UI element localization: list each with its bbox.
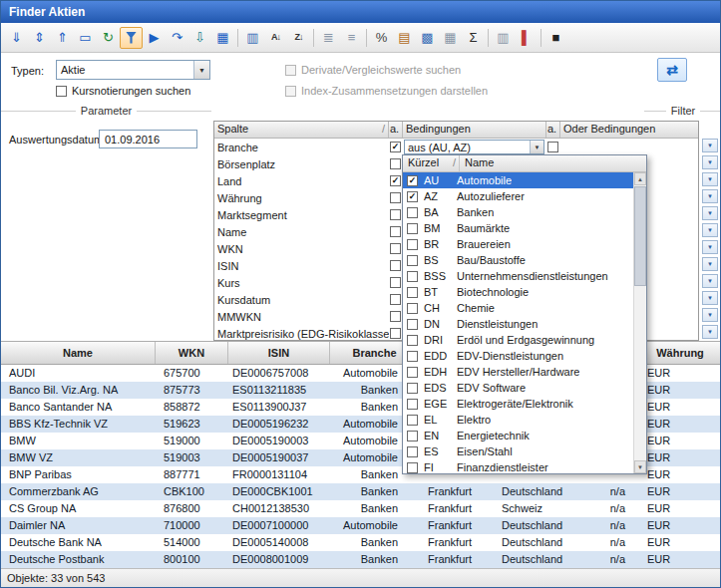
filter-dropdown-mmwkn[interactable] <box>702 308 718 322</box>
param-row-branche[interactable]: Branche✓aus (AU, AZ) <box>214 139 698 155</box>
branche-option-en[interactable]: ENEnergietechnik <box>403 428 633 443</box>
refresh-icon[interactable]: ↻ <box>97 27 120 49</box>
branche-option-el[interactable]: ELElektro <box>403 412 633 428</box>
active-checkbox[interactable] <box>390 260 401 271</box>
active-checkbox[interactable] <box>390 243 401 254</box>
results-header-isin[interactable]: ISIN <box>228 342 330 364</box>
popup-header-name[interactable]: Name <box>460 155 646 171</box>
branche-option-bm[interactable]: BMBaumärkte <box>403 220 633 236</box>
popup-scrollbar[interactable] <box>633 172 646 473</box>
filter-dropdown-marktsegment[interactable] <box>702 206 718 220</box>
results-header-w-hrung[interactable]: Währung <box>639 342 721 364</box>
chart-bar-icon[interactable]: ▌ <box>515 27 538 49</box>
active-checkbox[interactable] <box>390 209 401 220</box>
chart-trend-icon[interactable]: ↷ <box>166 27 188 49</box>
active-checkbox[interactable] <box>390 311 401 322</box>
report-icon[interactable]: ▦ <box>211 27 234 49</box>
branche-option-dri[interactable]: DRIErdöl und Erdgasgewinnung <box>403 332 633 348</box>
stop-icon[interactable]: ■ <box>544 27 567 49</box>
layout-icon[interactable]: ▥ <box>492 27 515 49</box>
active-checkbox[interactable] <box>390 277 401 288</box>
filter-dropdown-kurs[interactable] <box>702 274 718 288</box>
result-row-daimler-na[interactable]: Daimler NA710000DE0007100000AutomobileFr… <box>1 517 721 534</box>
option-checkbox[interactable] <box>407 223 418 234</box>
result-row-commerzbank-ag[interactable]: Commerzbank AGCBK100DE000CBK1001BankenFr… <box>1 483 721 500</box>
table-view-icon[interactable]: ▤ <box>393 27 416 49</box>
option-checkbox[interactable] <box>407 399 418 410</box>
expand-rows-icon[interactable]: ⇕ <box>28 27 51 49</box>
align-top-icon[interactable]: ≣ <box>317 27 340 49</box>
pivot-icon[interactable]: ▩ <box>416 27 439 49</box>
branche-option-ege[interactable]: EGEElektrogeräte/Elektronik <box>403 396 633 412</box>
option-checkbox[interactable] <box>407 319 418 330</box>
option-checkbox[interactable] <box>407 351 418 362</box>
dock-bottom-icon[interactable]: ⇓ <box>5 27 28 49</box>
branche-option-eds[interactable]: EDSEDV Software <box>403 380 633 396</box>
filter-dropdown-wkn[interactable] <box>702 240 718 254</box>
branche-option-edh[interactable]: EDHEDV Hersteller/Hardware <box>403 364 633 380</box>
option-checkbox[interactable] <box>407 462 418 473</box>
filter-dropdown-branche[interactable] <box>702 139 718 152</box>
branche-option-dn[interactable]: DNDienstleistungen <box>403 316 633 332</box>
oder-active-checkbox[interactable] <box>547 142 558 152</box>
filter-dropdown-marktpreisrisiko-edg-risikoklasse[interactable] <box>702 325 718 339</box>
branche-option-ch[interactable]: CHChemie <box>403 300 633 316</box>
option-checkbox[interactable] <box>407 367 418 378</box>
scroll-up-icon[interactable] <box>634 172 646 185</box>
option-checkbox[interactable] <box>407 431 418 441</box>
option-checkbox[interactable]: ✓ <box>407 175 418 186</box>
sort-asc-icon[interactable]: A↓ <box>264 27 287 49</box>
filter-dropdown-land[interactable] <box>702 172 718 186</box>
window-titlebar[interactable]: Finder Aktien <box>1 1 720 23</box>
filter-dropdown-isin[interactable] <box>702 257 718 271</box>
sort-desc-icon[interactable]: Z↓ <box>287 27 310 49</box>
result-row-deutsche-bank-na[interactable]: Deutsche Bank NA514000DE0005140008Banken… <box>1 534 721 551</box>
branche-option-edd[interactable]: EDDEDV-Dienstleistungen <box>403 348 633 364</box>
active-checkbox[interactable]: ✓ <box>390 175 401 186</box>
filter-dropdown-b-rsenplatz[interactable] <box>702 155 718 169</box>
branche-option-es[interactable]: ESEisen/Stahl <box>403 443 633 459</box>
align-bottom-icon[interactable]: ≡ <box>340 27 363 49</box>
popup-header-kuerzel[interactable]: Kürzel <box>403 155 460 171</box>
scrollbar-thumb[interactable] <box>634 186 646 286</box>
bedingungen-combo[interactable]: aus (AU, AZ) <box>404 140 544 154</box>
branche-option-az[interactable]: ✓AZAutozulieferer <box>403 188 633 204</box>
result-row-deutsche-postbank[interactable]: Deutsche Postbank800100DE0008001009Banke… <box>1 551 721 568</box>
active-checkbox[interactable] <box>390 158 401 169</box>
sum-icon[interactable]: Σ <box>462 27 485 49</box>
typen-select[interactable]: Aktie <box>56 60 210 80</box>
filter-dropdown-kursdatum[interactable] <box>702 291 718 305</box>
refresh-button[interactable]: ⇄ <box>657 58 687 82</box>
filter-dropdown-w-hrung[interactable] <box>702 189 718 203</box>
kursnotierungen-checkbox[interactable] <box>56 86 67 97</box>
scroll-down-icon[interactable] <box>634 460 646 473</box>
filter-icon[interactable] <box>120 27 143 49</box>
option-checkbox[interactable] <box>407 383 418 394</box>
option-checkbox[interactable] <box>407 207 418 218</box>
option-checkbox[interactable] <box>407 415 418 426</box>
result-row-cs-group-na[interactable]: CS Group NA876800CH0012138530BankenFrank… <box>1 500 721 517</box>
dock-top-icon[interactable]: ⇑ <box>51 27 74 49</box>
option-checkbox[interactable] <box>407 287 418 298</box>
filter-dropdown-name[interactable] <box>702 223 718 237</box>
active-checkbox[interactable]: ✓ <box>390 142 401 152</box>
option-checkbox[interactable] <box>407 271 418 282</box>
results-header-name[interactable]: Name <box>1 342 156 364</box>
option-checkbox[interactable] <box>407 255 418 266</box>
branche-option-bss[interactable]: BSSUnternehmensdienstleistungen <box>403 268 633 284</box>
option-checkbox[interactable] <box>407 446 418 457</box>
branche-option-ba[interactable]: BABanken <box>403 204 633 220</box>
results-header-wkn[interactable]: WKN <box>156 342 228 364</box>
option-checkbox[interactable] <box>407 239 418 250</box>
branche-option-bs[interactable]: BSBau/Baustoffe <box>403 252 633 268</box>
percent-icon[interactable]: % <box>370 27 393 49</box>
option-checkbox[interactable] <box>407 335 418 346</box>
branche-option-bt[interactable]: BTBiotechnologie <box>403 284 633 300</box>
option-checkbox[interactable] <box>407 303 418 314</box>
active-checkbox[interactable] <box>390 294 401 305</box>
branche-option-fi[interactable]: FIFinanzdienstleister <box>403 459 633 473</box>
option-checkbox[interactable]: ✓ <box>407 191 418 202</box>
branche-option-au[interactable]: ✓AUAutomobile <box>403 172 633 188</box>
run-filter-icon[interactable]: ▶ <box>143 27 166 49</box>
export-icon[interactable]: ⇩ <box>188 27 211 49</box>
